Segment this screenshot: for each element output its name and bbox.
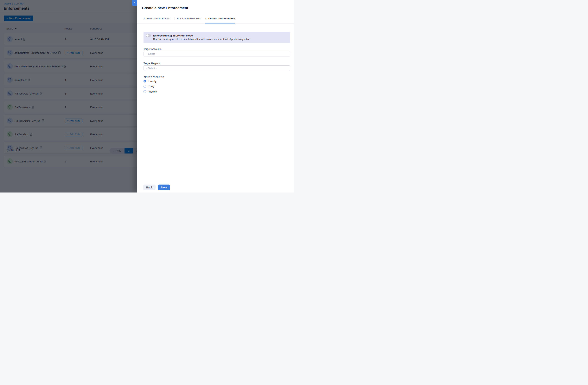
toggle-knob	[146, 34, 148, 37]
radio-hourly[interactable]: Hourly	[144, 79, 156, 83]
dry-run-banner: Enforce Rule(s) in Dry Run mode Dry Run …	[144, 32, 290, 43]
radio-weekly[interactable]: Weekly	[144, 90, 157, 93]
close-drawer-button[interactable]: ✕	[132, 0, 137, 6]
create-enforcement-drawer: Create a new Enforcement 1. Enforcement …	[137, 0, 294, 192]
dry-run-toggle[interactable]	[146, 34, 151, 37]
drawer-body: Enforce Rule(s) in Dry Run mode Dry Run …	[144, 23, 290, 192]
dry-run-title: Enforce Rule(s) in Dry Run mode	[153, 34, 193, 37]
target-regions-label: Target Regions	[144, 62, 160, 65]
tab-enforcement-basics[interactable]: 1. Enforcement Basics	[144, 17, 170, 23]
frequency-label: Specify Frequency	[144, 75, 165, 78]
target-regions-select[interactable]: - Select -	[144, 65, 290, 71]
radio-unselected-icon	[144, 85, 146, 88]
radio-daily[interactable]: Daily	[144, 84, 154, 88]
save-button[interactable]: Save	[158, 184, 170, 190]
back-button[interactable]: Back	[143, 184, 156, 190]
radio-unselected-icon	[144, 90, 146, 93]
wizard-tabs: 1. Enforcement Basics 2. Rules and Rule …	[137, 17, 294, 23]
tab-rules-and-rule-sets[interactable]: 2. Rules and Rule Sets	[174, 17, 201, 23]
close-icon: ✕	[133, 1, 136, 4]
tab-targets-and-schedule[interactable]: 3. Targets and Schedule	[205, 17, 235, 23]
dry-run-subtitle: Dry Run mode generates a simulation of t…	[153, 38, 251, 41]
drawer-title: Create a new Enforcement	[142, 6, 188, 10]
target-accounts-label: Target Accounts	[144, 47, 162, 50]
modal-backdrop[interactable]	[0, 0, 137, 192]
radio-selected-icon	[144, 80, 146, 83]
target-accounts-select[interactable]: - Select -	[144, 51, 290, 56]
